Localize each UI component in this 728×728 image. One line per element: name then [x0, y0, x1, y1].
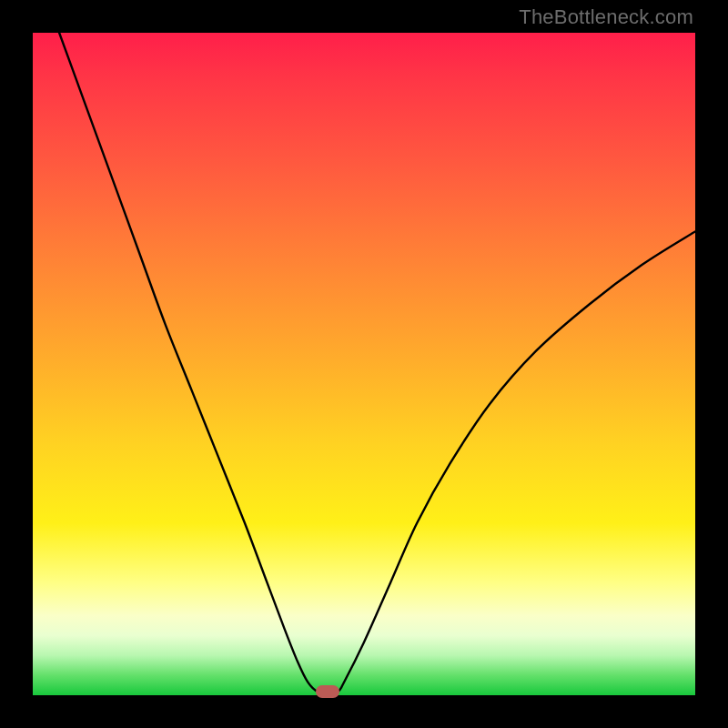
bottleneck-curve-path — [59, 33, 695, 693]
plot-area — [33, 33, 695, 695]
curve-svg — [33, 33, 695, 695]
watermark-text: TheBottleneck.com — [519, 5, 693, 29]
optimum-marker — [316, 685, 339, 698]
chart-frame: TheBottleneck.com — [0, 0, 728, 728]
